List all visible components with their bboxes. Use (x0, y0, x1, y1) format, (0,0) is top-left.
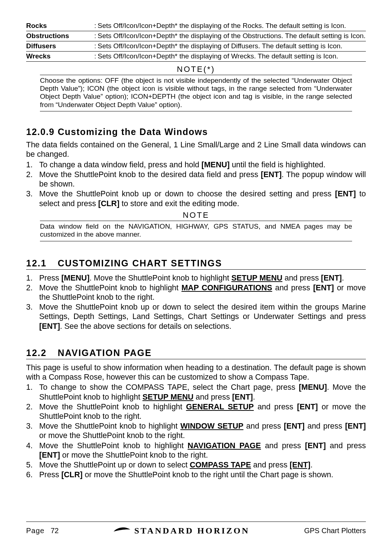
list-item: Press [CLR] or move the ShuttlePoint kno… (39, 470, 366, 479)
heading-12-2: 12.2 NAVIGATION PAGE (26, 348, 366, 359)
step-text: To change a data window field, press and… (39, 160, 201, 169)
list-item: Press [MENU]. Move the ShuttlePoint knob… (39, 273, 366, 283)
steps-12-0-9: To change a data window field, press and… (26, 160, 366, 208)
key-label: [ENT] (345, 422, 366, 430)
menu-ref: WINDOW SETUP (180, 422, 244, 430)
list-item: Move the ShuttlePoint knob to highlight … (39, 441, 366, 460)
step-text: Press (39, 274, 61, 282)
step-text: Move the ShuttlePoint knob to highlight (39, 441, 188, 450)
step-text: and press (244, 422, 284, 430)
def-colon: : (93, 51, 98, 61)
def-desc: Sets Off/Icon/Icon+Depth* the displaying… (98, 21, 366, 31)
page-number: 72 (50, 527, 58, 535)
brand: STANDARD HORIZON (113, 526, 250, 536)
step-text: Move the ShuttlePoint knob up or down to… (39, 189, 335, 198)
list-item: Move the ShuttlePoint knob to highlight … (39, 402, 366, 421)
key-label: [ENT] (313, 283, 334, 292)
step-text: or move the ShuttlePoint knob to the rig… (60, 451, 208, 459)
brand-text: STANDARD HORIZON (134, 526, 250, 536)
step-text: . See the above sections for details on … (60, 322, 231, 331)
step-text: or move the ShuttlePoint knob to the rig… (82, 470, 333, 479)
step-text: and press (251, 461, 290, 469)
step-text: Move the ShuttlePoint knob to highlight (39, 422, 180, 430)
def-desc: Sets Off/Icon/Icon+Depth* the displaying… (98, 51, 366, 61)
step-text: . (310, 461, 313, 469)
def-term: Wrecks (26, 51, 93, 61)
footer-left: Page 72 (26, 527, 59, 535)
step-text: and press (261, 441, 305, 450)
steps-12-2: To change to show the COMPASS TAPE, sele… (26, 383, 366, 479)
def-term: Diffusers (26, 41, 93, 51)
step-text: until the field is highlighted. (230, 160, 326, 169)
key-label: [ENT] (232, 393, 253, 401)
key-label: [MENU] (201, 160, 230, 169)
list-item: Move the ShuttlePoint up or down to sele… (39, 460, 366, 470)
list-item: To change to show the COMPASS TAPE, sele… (39, 383, 366, 401)
menu-ref: MAP CONFIGURATIONS (181, 283, 272, 292)
heading-number: 12.2 (26, 348, 54, 358)
step-text: and press (193, 393, 232, 401)
menu-ref: SETUP MENU (231, 274, 282, 282)
steps-12-1: Press [MENU]. Move the ShuttlePoint knob… (26, 273, 366, 331)
list-item: Move the ShuttlePoint knob to the desire… (39, 170, 366, 189)
step-text: Move the ShuttlePoint up or down to sele… (39, 461, 190, 469)
page-footer: Page 72 STANDARD HORIZON GPS Chart Plott… (26, 522, 366, 536)
menu-ref: COMPASS TAPE (190, 461, 251, 469)
step-text: Move the ShuttlePoint knob to highlight (39, 402, 186, 411)
def-colon: : (93, 41, 98, 51)
key-label: [ENT] (39, 451, 60, 459)
step-text: to store and exit the editing mode. (119, 199, 239, 208)
key-label: [ENT] (39, 322, 60, 331)
note-body: Data window field on the NAVIGATION, HIG… (40, 221, 352, 241)
lead-12-2: This page is useful to show information … (26, 363, 366, 382)
step-text: Press (39, 470, 61, 479)
key-label: [ENT] (261, 170, 282, 179)
list-item: Move the ShuttlePoint knob to highlight … (39, 421, 366, 440)
list-item: To change a data window field, press and… (39, 160, 366, 169)
step-text: and press (282, 274, 321, 282)
table-row: Rocks : Sets Off/Icon/Icon+Depth* the di… (26, 21, 366, 31)
def-term: Obstructions (26, 31, 93, 41)
key-label: [ENT] (335, 189, 356, 198)
step-text: . Move the ShuttlePoint knob to highligh… (90, 274, 232, 282)
step-text: or move the ShuttlePoint knob to the rig… (39, 431, 185, 440)
list-item: Move the ShuttlePoint knob to highlight … (39, 283, 366, 302)
footer-right: GPS Chart Plotters (304, 527, 366, 535)
key-label: [ENT] (321, 274, 342, 282)
key-label: [CLR] (61, 470, 83, 479)
definitions-table: Rocks : Sets Off/Icon/Icon+Depth* the di… (26, 21, 366, 62)
footer-rule (26, 522, 366, 522)
def-desc: Sets Off/Icon/Icon+Depth* the displaying… (98, 41, 366, 51)
step-text: Move the ShuttlePoint knob to the desire… (39, 170, 261, 179)
note-heading: NOTE (26, 210, 366, 220)
step-text: and press (326, 441, 366, 450)
key-label: [ENT] (305, 441, 326, 450)
list-item: Move the ShuttlePoint knob up or down to… (39, 189, 366, 208)
menu-ref: SETUP MENU (142, 393, 193, 401)
step-text: Move the ShuttlePoint knob up or down to… (39, 303, 366, 321)
step-text: Move the ShuttlePoint knob to highlight (39, 283, 181, 292)
menu-ref: GENERAL SETUP (186, 402, 254, 411)
key-label: [MENU] (61, 274, 90, 282)
step-text: . (253, 393, 255, 401)
step-text: To change to show the COMPASS TAPE, sele… (39, 383, 299, 392)
page-label: Page (26, 527, 45, 535)
key-label: [MENU] (299, 383, 327, 392)
heading-12-0-9: 12.0.9 Customizing the Data Windows (26, 127, 366, 137)
key-label: [ENT] (297, 402, 318, 411)
lead-12-0-9: The data fields contained on the General… (26, 140, 366, 159)
note-star-body: Choose the options: OFF (the object is n… (40, 75, 352, 112)
key-label: [ENT] (290, 461, 310, 469)
list-item: Move the ShuttlePoint knob up or down to… (39, 302, 366, 331)
def-term: Rocks (26, 21, 93, 31)
heading-number: 12.1 (26, 258, 54, 269)
heading-title: NAVIGATION PAGE (58, 348, 152, 358)
step-text: and press (254, 402, 297, 411)
heading-title: CUSTOMIZING CHART SETTINGS (58, 258, 222, 268)
menu-ref: NAVIGATION PAGE (188, 441, 261, 450)
def-colon: : (93, 31, 98, 41)
table-row: Obstructions : Sets Off/Icon/Icon+Depth*… (26, 31, 366, 41)
page: Rocks : Sets Off/Icon/Icon+Depth* the di… (0, 0, 392, 556)
key-label: [ENT] (284, 422, 305, 430)
heading-12-1: 12.1 CUSTOMIZING CHART SETTINGS (26, 258, 366, 270)
